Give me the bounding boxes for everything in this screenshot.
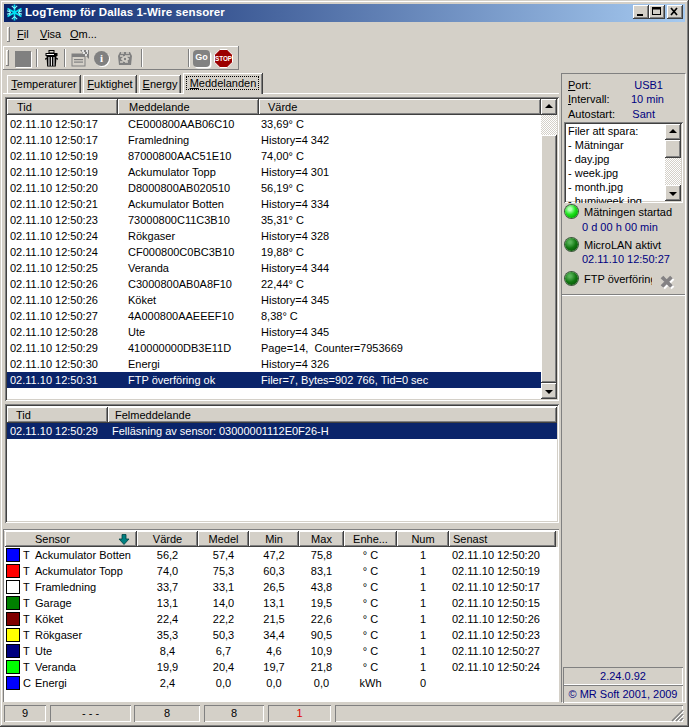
svg-text:STOP: STOP: [215, 55, 232, 62]
